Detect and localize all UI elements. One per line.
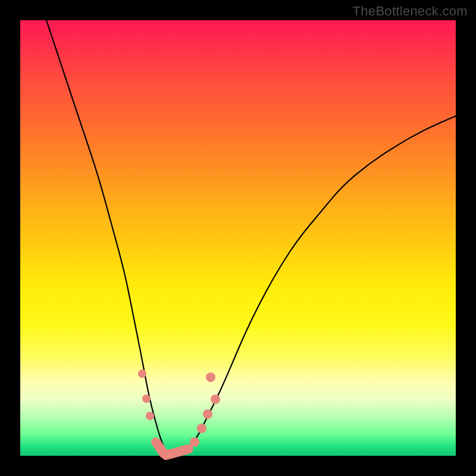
chart-frame: TheBottleneck.com <box>0 0 476 476</box>
curve-marker-dot <box>211 394 220 404</box>
curve-marker-dot <box>146 412 154 420</box>
curve-marker-dot <box>142 394 151 403</box>
curve-marker-dot <box>190 437 199 447</box>
curve-marker-dot <box>138 369 146 378</box>
curve-marker-dot <box>203 409 212 419</box>
curve-marker-capsule <box>160 443 194 461</box>
marker-layer <box>20 20 456 456</box>
curve-marker-dot <box>197 424 206 433</box>
plot-area <box>20 20 456 456</box>
curve-marker-dot <box>206 372 215 382</box>
watermark-text: TheBottleneck.com <box>353 4 468 19</box>
